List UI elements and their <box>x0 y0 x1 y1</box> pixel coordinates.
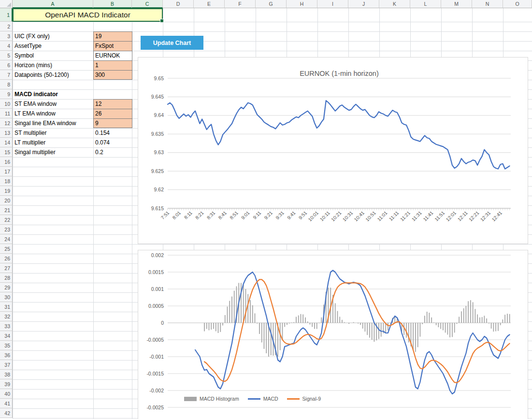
legend-item-macd[interactable]: MACD <box>248 396 278 402</box>
column-header-O[interactable]: O <box>503 0 532 8</box>
row-header-11[interactable]: 11 <box>0 109 13 118</box>
row-header-35[interactable]: 35 <box>0 341 13 350</box>
row-header-33[interactable]: 33 <box>0 321 13 331</box>
cell-A13[interactable]: ST multiplier <box>13 128 93 138</box>
selection-fill-handle[interactable] <box>160 19 164 23</box>
row-header-23[interactable]: 23 <box>0 225 13 234</box>
row-header-5[interactable]: 5 <box>0 51 13 60</box>
column-header-G[interactable]: G <box>256 0 287 8</box>
row-header-22[interactable]: 22 <box>0 215 13 225</box>
column-header-A[interactable]: A <box>13 0 93 8</box>
row-header-14[interactable]: 14 <box>0 138 13 147</box>
row-header-15[interactable]: 15 <box>0 147 13 157</box>
x-axis-label: 11:41 <box>422 210 434 222</box>
cell-A12[interactable]: Singal line EMA window <box>13 118 93 128</box>
y-axis-label: 0.0015 <box>148 269 164 275</box>
row-header-16[interactable]: 16 <box>0 157 13 167</box>
cell-B13[interactable]: 0.154 <box>94 128 132 138</box>
column-header-K[interactable]: K <box>379 0 410 8</box>
row-header-29[interactable]: 29 <box>0 283 13 292</box>
row-header-28[interactable]: 28 <box>0 273 13 283</box>
cell-A10[interactable]: ST EMA window <box>13 99 93 109</box>
column-header-D[interactable]: D <box>163 0 194 8</box>
cell-A7[interactable]: Datapoints (50-1200) <box>13 70 93 80</box>
row-header-9[interactable]: 9 <box>0 89 13 99</box>
row-header-34[interactable]: 34 <box>0 331 13 341</box>
price-series-line <box>168 101 510 169</box>
cell-A5[interactable]: Symbol <box>13 51 93 60</box>
legend-item-signal-9[interactable]: Signal-9 <box>287 396 321 402</box>
x-axis-label: 8:21 <box>194 210 205 220</box>
x-axis-label: 11:01 <box>376 210 388 222</box>
column-header-M[interactable]: M <box>441 0 472 8</box>
row-header-30[interactable]: 30 <box>0 292 13 302</box>
row-header-19[interactable]: 19 <box>0 186 13 196</box>
row-header-26[interactable]: 26 <box>0 254 13 263</box>
y-axis-label: 9.65 <box>154 75 164 81</box>
column-header-F[interactable]: F <box>225 0 256 8</box>
row-header-42[interactable]: 42 <box>0 408 13 418</box>
cell-B14[interactable]: 0.074 <box>94 138 132 147</box>
row-header-21[interactable]: 21 <box>0 205 13 215</box>
cell-B3[interactable]: 19 <box>94 31 132 41</box>
select-all-corner[interactable] <box>0 0 13 8</box>
cell-B15[interactable]: 0.2 <box>94 147 132 157</box>
column-header-J[interactable]: J <box>348 0 379 8</box>
column-header-N[interactable]: N <box>472 0 503 8</box>
cell-B10[interactable]: 12 <box>94 99 132 109</box>
column-header-H[interactable]: H <box>287 0 317 8</box>
title-cell-selected[interactable]: OpenAPI MACD Indicator <box>13 8 163 22</box>
cell-A3[interactable]: UIC (FX only) <box>13 31 93 41</box>
row-header-25[interactable]: 25 <box>0 244 13 254</box>
row-header-24[interactable]: 24 <box>0 234 13 244</box>
row-header-12[interactable]: 12 <box>0 118 13 128</box>
row-header-20[interactable]: 20 <box>0 196 13 205</box>
macd-chart[interactable]: -0.0025-0.002-0.0015-0.001-0.000500.0005… <box>138 250 528 419</box>
row-header-18[interactable]: 18 <box>0 176 13 186</box>
row-header-13[interactable]: 13 <box>0 128 13 138</box>
x-axis-label: 8:01 <box>172 210 182 220</box>
cell-B5[interactable]: EURNOK <box>94 51 132 60</box>
cell-B6[interactable]: 1 <box>94 60 132 70</box>
row-header-7[interactable]: 7 <box>0 70 13 80</box>
row-header-37[interactable]: 37 <box>0 360 13 370</box>
row-header-38[interactable]: 38 <box>0 370 13 379</box>
row-header-36[interactable]: 36 <box>0 350 13 360</box>
cell-A4[interactable]: AssetType <box>13 41 93 51</box>
update-chart-button[interactable]: Update Chart <box>141 36 203 50</box>
x-axis-label: 10:11 <box>319 210 331 222</box>
cell-B4[interactable]: FxSpot <box>94 41 132 51</box>
price-chart[interactable]: 9.6159.629.6259.639.6359.649.6459.657:51… <box>138 57 528 244</box>
column-header-E[interactable]: E <box>194 0 225 8</box>
cell-B7[interactable]: 300 <box>94 70 132 80</box>
column-header-B[interactable]: B <box>93 0 132 8</box>
row-header-27[interactable]: 27 <box>0 263 13 273</box>
row-header-40[interactable]: 40 <box>0 389 13 399</box>
x-axis-label: 9:01 <box>240 210 251 220</box>
row-header-3[interactable]: 3 <box>0 31 13 41</box>
row-header-17[interactable]: 17 <box>0 167 13 176</box>
row-header-39[interactable]: 39 <box>0 379 13 389</box>
cell-A11[interactable]: LT EMA window <box>13 109 93 118</box>
cell-A15[interactable]: Singal multiplier <box>13 147 93 157</box>
cell-B12[interactable]: 9 <box>94 118 132 128</box>
x-axis-label: 12:01 <box>445 210 458 222</box>
row-header-41[interactable]: 41 <box>0 399 13 408</box>
row-header-4[interactable]: 4 <box>0 41 13 51</box>
column-header-C[interactable]: C <box>132 0 163 8</box>
column-header-I[interactable]: I <box>317 0 348 8</box>
row-header-2[interactable]: 2 <box>0 22 13 31</box>
cell-A6[interactable]: Horizon (mins) <box>13 60 93 70</box>
cell-B11[interactable]: 26 <box>94 109 132 118</box>
row-header-1[interactable]: 1 <box>0 8 13 22</box>
row-header-10[interactable]: 10 <box>0 99 13 109</box>
row-header-32[interactable]: 32 <box>0 312 13 321</box>
column-header-L[interactable]: L <box>410 0 441 8</box>
cell-border-line <box>93 109 132 109</box>
cell-A14[interactable]: LT multiplier <box>13 138 93 147</box>
legend-item-macd-histogram[interactable]: MACD Histogram <box>184 396 239 402</box>
row-header-8[interactable]: 8 <box>0 80 13 89</box>
cell-A9[interactable]: MACD indicator <box>13 89 93 99</box>
row-header-6[interactable]: 6 <box>0 60 13 70</box>
row-header-31[interactable]: 31 <box>0 302 13 312</box>
